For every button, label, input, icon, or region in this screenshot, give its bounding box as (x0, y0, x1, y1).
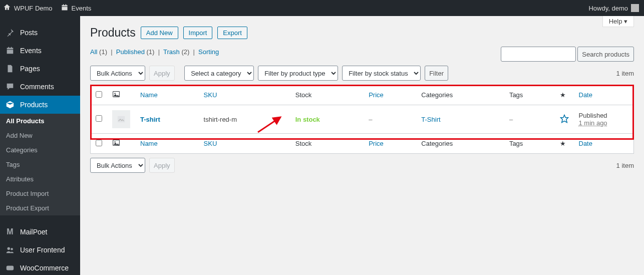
col-price[interactable]: Price (369, 91, 384, 99)
adminbar-site-link[interactable]: WPUF Demo (3, 4, 53, 13)
svg-marker-6 (560, 115, 568, 122)
menu-comments-label: Comments (20, 83, 54, 91)
search-input[interactable] (501, 47, 576, 62)
comments-icon (5, 82, 15, 92)
featured-toggle[interactable] (560, 117, 569, 125)
page-icon (5, 64, 15, 74)
menu-posts[interactable]: Posts (0, 24, 80, 42)
product-date-time: 1 min ago (579, 119, 607, 127)
submenu-categories[interactable]: Categories (0, 143, 80, 157)
filter-trash-count: (2) (181, 48, 189, 56)
apply-bulk-button-bottom[interactable]: Apply (149, 158, 175, 173)
star-icon: ★ (560, 140, 566, 147)
products-table: Name SKU Stock Price Categories Tags ★ D… (90, 85, 634, 154)
submenu-products: All Products Add New Categories Tags Att… (0, 114, 80, 215)
menu-mailpoet-label: MailPoet (20, 228, 47, 236)
users-icon (5, 245, 15, 255)
submenu-product-import[interactable]: Product Import (0, 186, 80, 201)
calendar-icon (5, 46, 15, 56)
col-categories-bottom: Categories (416, 134, 504, 154)
product-thumbnail[interactable] (112, 110, 130, 128)
col-categories: Categories (416, 85, 504, 105)
product-tags: – (509, 116, 513, 123)
main-content: Help ▾ Products Add New Import Export Al… (80, 16, 644, 275)
menu-pages[interactable]: Pages (0, 60, 80, 78)
menu-pages-label: Pages (20, 65, 40, 73)
row-checkbox[interactable] (96, 115, 102, 122)
svg-rect-5 (118, 116, 125, 123)
item-count-bottom: 1 item (616, 162, 634, 169)
filter-trash[interactable]: Trash (163, 48, 180, 56)
menu-products-label: Products (20, 101, 48, 109)
svg-point-8 (114, 141, 115, 142)
col-name[interactable]: Name (140, 91, 158, 99)
search-products-button[interactable]: Search products (577, 47, 634, 62)
menu-posts-label: Posts (20, 29, 38, 37)
col-stock-bottom: Stock (290, 134, 364, 154)
home-icon (3, 4, 11, 13)
menu-user-frontend-label: User Frontend (20, 246, 65, 254)
stock-status-filter-select[interactable]: Filter by stock status (342, 66, 421, 81)
col-date-bottom[interactable]: Date (579, 140, 592, 147)
table-footer-row: Name SKU Stock Price Categories Tags ★ D… (91, 134, 634, 154)
bulk-actions-select-bottom[interactable]: Bulk Actions (90, 158, 145, 173)
col-date[interactable]: Date (579, 91, 592, 99)
submenu-attributes[interactable]: Attributes (0, 172, 80, 186)
submenu-product-export[interactable]: Product Export (0, 201, 80, 215)
adminbar-account[interactable]: Howdy, demo (588, 4, 639, 12)
product-type-filter-select[interactable]: Filter by product type (258, 66, 338, 81)
table-header-row: Name SKU Stock Price Categories Tags ★ D… (91, 85, 634, 105)
menu-comments[interactable]: Comments (0, 78, 80, 96)
col-sku[interactable]: SKU (204, 91, 217, 99)
adminbar-howdy: Howdy, demo (588, 5, 628, 12)
apply-bulk-button[interactable]: Apply (149, 66, 175, 81)
pin-icon (5, 28, 15, 38)
admin-sidebar: Posts Events Pages Comments Products (0, 16, 80, 275)
woocommerce-icon (5, 263, 15, 273)
filter-button[interactable]: Filter (425, 66, 448, 81)
bulk-actions-select[interactable]: Bulk Actions (90, 66, 145, 81)
col-featured: ★ (555, 85, 574, 105)
svg-point-0 (8, 247, 10, 250)
item-count-top: 1 item (616, 70, 634, 77)
menu-user-frontend[interactable]: User Frontend (0, 241, 80, 259)
help-label: Help ▾ (609, 18, 627, 25)
image-icon (112, 141, 120, 148)
product-stock: In stock (295, 116, 320, 123)
adminbar-events-link[interactable]: Events (61, 4, 92, 13)
menu-mailpoet[interactable]: M MailPoet (0, 223, 80, 241)
select-all-checkbox[interactable] (96, 91, 102, 98)
table-row: T-shirt tshirt-red-m In stock – T-Shirt … (91, 105, 634, 134)
category-filter-select[interactable]: Select a category (184, 66, 254, 81)
thumb-header-bottom (107, 134, 135, 154)
filter-all-count: (1) (99, 48, 107, 56)
thumb-header (107, 85, 135, 105)
product-category-link[interactable]: T-Shirt (421, 116, 440, 123)
product-name-link[interactable]: T-shirt (140, 116, 160, 123)
import-button[interactable]: Import (183, 27, 213, 39)
col-sku-bottom[interactable]: SKU (204, 140, 217, 147)
menu-events-label: Events (20, 47, 42, 55)
col-price-bottom[interactable]: Price (369, 140, 384, 147)
filter-published[interactable]: Published (116, 48, 145, 56)
add-new-button[interactable]: Add New (141, 27, 178, 39)
menu-events[interactable]: Events (0, 42, 80, 60)
help-tab[interactable]: Help ▾ (602, 16, 634, 27)
page-title: Products (90, 26, 136, 40)
menu-woocommerce[interactable]: WooCommerce (0, 259, 80, 275)
submenu-tags[interactable]: Tags (0, 157, 80, 172)
star-icon: ★ (560, 91, 566, 99)
col-tags-bottom: Tags (504, 134, 555, 154)
submenu-add-new[interactable]: Add New (0, 128, 80, 143)
export-button[interactable]: Export (217, 27, 247, 39)
product-price: – (369, 116, 372, 123)
box-icon (5, 100, 15, 110)
admin-bar: WPUF Demo Events Howdy, demo (0, 0, 644, 16)
filter-all[interactable]: All (90, 48, 97, 56)
submenu-all-products[interactable]: All Products (0, 114, 80, 128)
filter-sorting[interactable]: Sorting (198, 48, 219, 56)
col-name-bottom[interactable]: Name (140, 140, 158, 147)
menu-products[interactable]: Products (0, 96, 80, 114)
select-all-checkbox-bottom[interactable] (96, 140, 102, 146)
adminbar-site-name: WPUF Demo (14, 5, 53, 12)
